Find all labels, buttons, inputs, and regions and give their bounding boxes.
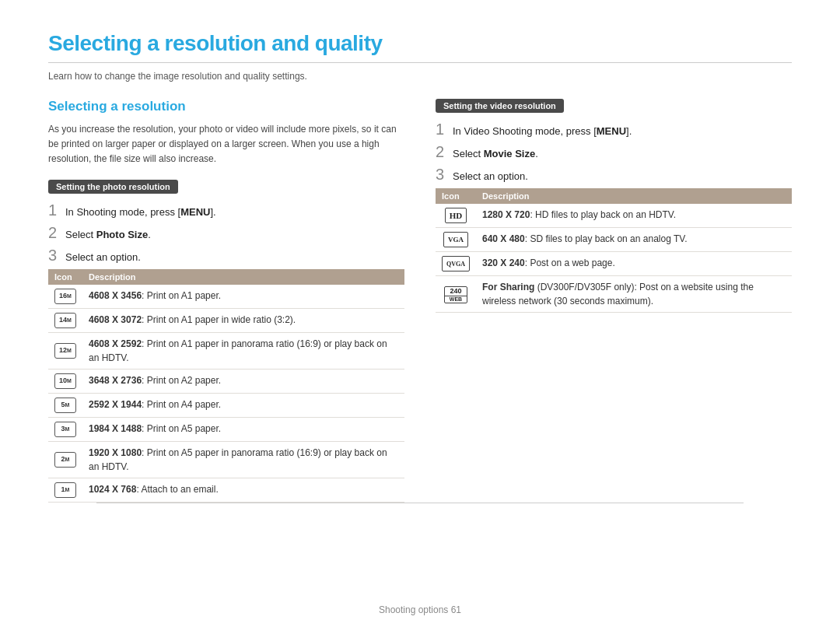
- photo-resolution-table: Icon Description 16M 4608 X 3456: Print …: [48, 269, 404, 503]
- desc-cell: 3648 X 2736: Print on A2 paper.: [82, 369, 404, 393]
- step-number: 1: [436, 121, 448, 138]
- left-intro: As you increase the resolution, your pho…: [48, 122, 404, 167]
- step-text: Select Movie Size.: [453, 148, 538, 159]
- icon-cell: HD: [436, 204, 476, 228]
- table-row: 16M 4608 X 3456: Print on A1 paper.: [48, 285, 404, 309]
- desc-cell: 1024 X 768: Attach to an email.: [82, 478, 404, 502]
- icon-cell: QVGA: [436, 252, 476, 276]
- 240web-icon: 240 WEB: [444, 286, 467, 303]
- table-row: 14M 4608 X 3072: Print on A1 paper in wi…: [48, 308, 404, 332]
- step-number: 3: [436, 166, 448, 184]
- step-number: 2: [436, 143, 448, 161]
- footer: Shooting options 61: [0, 604, 840, 615]
- page: Selecting a resolution and quality Learn…: [0, 0, 840, 634]
- hd-icon: HD: [445, 208, 467, 223]
- icon-cell: 5M: [48, 393, 82, 417]
- icon-cell: 1M: [48, 478, 82, 502]
- step-text: In Video Shooting mode, press [MENU].: [453, 125, 632, 137]
- video-resolution-badge: Setting the video resolution: [436, 99, 564, 113]
- desc-cell: For Sharing (DV300F/DV305F only): Post o…: [476, 276, 792, 313]
- table-row: 2M 1920 X 1080: Print on A5 paper in pan…: [48, 441, 404, 478]
- desc-cell: 4608 X 3456: Print on A1 paper.: [82, 285, 404, 309]
- step-number: 3: [48, 247, 61, 264]
- desc-cell: 640 X 480: SD files to play back on an a…: [476, 228, 792, 252]
- desc-cell: 4608 X 3072: Print on A1 paper in wide r…: [82, 308, 404, 332]
- left-step-1: 1 In Shooting mode, press [MENU].: [48, 201, 404, 219]
- icon-cell: 10M: [48, 369, 82, 393]
- icon-col-header: Icon: [48, 269, 82, 285]
- desc-col-header: Description: [82, 269, 404, 285]
- 5m-icon: 5M: [54, 398, 76, 413]
- step-text: Select an option.: [65, 251, 141, 263]
- desc-cell: 1280 X 720: HD files to play back on an …: [476, 204, 792, 228]
- qvga-icon: QVGA: [442, 256, 470, 271]
- right-step-2: 2 Select Movie Size.: [436, 143, 792, 161]
- footer-divider: [96, 503, 744, 503]
- video-resolution-table: Icon Description HD 1280 X 720: HD files…: [436, 188, 792, 313]
- desc-cell: 1920 X 1080: Print on A5 paper in panora…: [82, 441, 404, 478]
- table-row: 12M 4608 X 2592: Print on A1 paper in pa…: [48, 332, 404, 369]
- 10m-icon: 10M: [54, 373, 76, 389]
- right-column: Setting the video resolution 1 In Video …: [436, 99, 792, 503]
- icon-cell: 240 WEB: [436, 276, 476, 313]
- icon-cell: 12M: [48, 332, 82, 369]
- desc-col-header: Description: [476, 188, 792, 204]
- desc-cell: 2592 X 1944: Print on A4 paper.: [82, 393, 404, 417]
- step-number: 2: [48, 224, 61, 242]
- vga-icon: VGA: [443, 232, 468, 247]
- 1m-icon: 1M: [54, 482, 76, 498]
- left-column: Selecting a resolution As you increase t…: [48, 99, 404, 503]
- table-row: 3M 1984 X 1488: Print on A5 paper.: [48, 417, 404, 441]
- desc-cell: 4608 X 2592: Print on A1 paper in panora…: [82, 332, 404, 369]
- two-column-layout: Selecting a resolution As you increase t…: [48, 99, 792, 503]
- main-title: Selecting a resolution and quality: [48, 31, 792, 56]
- icon-col-header: Icon: [436, 188, 476, 204]
- desc-cell: 320 X 240: Post on a web page.: [476, 252, 792, 276]
- step-text: Select Photo Size.: [65, 229, 151, 240]
- 12m-icon: 12M: [54, 343, 76, 359]
- table-row: 10M 3648 X 2736: Print on A2 paper.: [48, 369, 404, 393]
- 16m-icon: 16M: [54, 289, 76, 304]
- icon-cell: VGA: [436, 228, 476, 252]
- table-row: 240 WEB For Sharing (DV300F/DV305F only)…: [436, 276, 792, 313]
- table-header-row: Icon Description: [48, 269, 404, 285]
- table-row: 1M 1024 X 768: Attach to an email.: [48, 478, 404, 502]
- left-step-2: 2 Select Photo Size.: [48, 224, 404, 242]
- left-step-3: 3 Select an option.: [48, 247, 404, 264]
- subtitle-text: Learn how to change the image resolution…: [48, 71, 792, 82]
- 14m-icon: 14M: [54, 313, 76, 328]
- step-text: In Shooting mode, press [MENU].: [65, 206, 216, 218]
- 2m-icon: 2M: [54, 452, 76, 468]
- desc-cell: 1984 X 1488: Print on A5 paper.: [82, 417, 404, 441]
- table-header-row: Icon Description: [436, 188, 792, 204]
- step-number: 1: [48, 201, 61, 219]
- icon-cell: 3M: [48, 417, 82, 441]
- icon-cell: 16M: [48, 285, 82, 309]
- table-row: QVGA 320 X 240: Post on a web page.: [436, 252, 792, 276]
- step-text: Select an option.: [453, 170, 528, 182]
- table-row: VGA 640 X 480: SD files to play back on …: [436, 228, 792, 252]
- icon-cell: 14M: [48, 308, 82, 332]
- table-row: HD 1280 X 720: HD files to play back on …: [436, 204, 792, 228]
- right-step-3: 3 Select an option.: [436, 166, 792, 184]
- 3m-icon: 3M: [54, 422, 76, 437]
- icon-cell: 2M: [48, 441, 82, 478]
- title-divider: [48, 62, 792, 63]
- table-row: 5M 2592 X 1944: Print on A4 paper.: [48, 393, 404, 417]
- right-step-1: 1 In Video Shooting mode, press [MENU].: [436, 121, 792, 138]
- photo-resolution-badge: Setting the photo resolution: [48, 180, 178, 194]
- left-section-title: Selecting a resolution: [48, 99, 404, 114]
